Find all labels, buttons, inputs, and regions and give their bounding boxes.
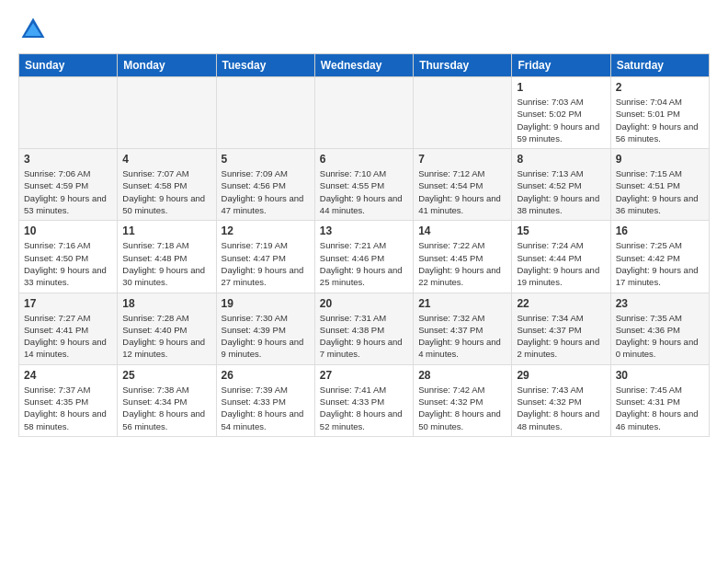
weekday-header-sunday: Sunday	[19, 54, 118, 77]
day-info: Sunrise: 7:39 AMSunset: 4:33 PMDaylight:…	[222, 384, 310, 432]
day-info: Sunrise: 7:22 AMSunset: 4:45 PMDaylight:…	[418, 239, 506, 288]
day-number: 27	[320, 369, 408, 382]
logo	[18, 15, 53, 44]
calendar-cell: 11Sunrise: 7:18 AMSunset: 4:48 PMDayligh…	[118, 221, 216, 293]
day-info: Sunrise: 7:45 AMSunset: 4:31 PMDaylight:…	[616, 384, 704, 432]
day-number: 2	[616, 81, 704, 94]
day-number: 24	[24, 369, 112, 382]
day-info: Sunrise: 7:06 AMSunset: 4:59 PMDaylight:…	[24, 167, 112, 216]
day-info: Sunrise: 7:43 AMSunset: 4:32 PMDaylight:…	[517, 384, 605, 432]
day-info: Sunrise: 7:30 AMSunset: 4:39 PMDaylight:…	[222, 312, 310, 361]
weekday-header-monday: Monday	[118, 54, 216, 77]
logo-icon	[18, 15, 48, 44]
day-number: 18	[122, 297, 210, 310]
weekday-header-thursday: Thursday	[414, 54, 512, 77]
day-info: Sunrise: 7:25 AMSunset: 4:42 PMDaylight:…	[616, 239, 704, 288]
calendar-cell	[118, 77, 216, 149]
calendar-week-1: 1Sunrise: 7:03 AMSunset: 5:02 PMDaylight…	[19, 77, 710, 149]
day-number: 15	[517, 224, 605, 237]
calendar-cell: 5Sunrise: 7:09 AMSunset: 4:56 PMDaylight…	[216, 149, 314, 221]
calendar-cell: 10Sunrise: 7:16 AMSunset: 4:50 PMDayligh…	[19, 221, 118, 293]
calendar-cell: 15Sunrise: 7:24 AMSunset: 4:44 PMDayligh…	[512, 221, 610, 293]
day-number: 12	[222, 224, 310, 237]
day-info: Sunrise: 7:15 AMSunset: 4:51 PMDaylight:…	[616, 167, 704, 216]
day-number: 17	[24, 297, 112, 310]
calendar-week-2: 3Sunrise: 7:06 AMSunset: 4:59 PMDaylight…	[19, 149, 710, 221]
day-number: 7	[418, 153, 506, 166]
day-number: 28	[418, 369, 506, 382]
calendar-cell: 16Sunrise: 7:25 AMSunset: 4:42 PMDayligh…	[610, 221, 709, 293]
day-number: 26	[222, 369, 310, 382]
calendar-cell: 23Sunrise: 7:35 AMSunset: 4:36 PMDayligh…	[610, 293, 709, 364]
day-info: Sunrise: 7:03 AMSunset: 5:02 PMDaylight:…	[517, 96, 605, 144]
day-info: Sunrise: 7:13 AMSunset: 4:52 PMDaylight:…	[517, 167, 605, 216]
day-number: 19	[222, 297, 310, 310]
day-info: Sunrise: 7:34 AMSunset: 4:37 PMDaylight:…	[517, 312, 605, 361]
calendar-header-row: SundayMondayTuesdayWednesdayThursdayFrid…	[19, 54, 710, 77]
day-info: Sunrise: 7:19 AMSunset: 4:47 PMDaylight:…	[222, 239, 310, 288]
day-number: 14	[418, 224, 506, 237]
day-number: 30	[616, 369, 704, 382]
day-number: 4	[122, 153, 210, 166]
day-number: 10	[24, 224, 112, 237]
day-number: 6	[320, 153, 408, 166]
header	[18, 15, 710, 44]
day-number: 21	[418, 297, 506, 310]
day-number: 13	[320, 224, 408, 237]
day-info: Sunrise: 7:27 AMSunset: 4:41 PMDaylight:…	[24, 312, 112, 361]
day-number: 16	[616, 224, 704, 237]
calendar-week-4: 17Sunrise: 7:27 AMSunset: 4:41 PMDayligh…	[19, 293, 710, 364]
calendar-cell: 13Sunrise: 7:21 AMSunset: 4:46 PMDayligh…	[314, 221, 413, 293]
calendar-cell: 3Sunrise: 7:06 AMSunset: 4:59 PMDaylight…	[19, 149, 118, 221]
calendar-cell: 21Sunrise: 7:32 AMSunset: 4:37 PMDayligh…	[414, 293, 512, 364]
calendar: SundayMondayTuesdayWednesdayThursdayFrid…	[18, 53, 710, 437]
calendar-cell: 1Sunrise: 7:03 AMSunset: 5:02 PMDaylight…	[512, 77, 610, 149]
day-number: 1	[517, 81, 605, 94]
day-number: 11	[122, 224, 210, 237]
calendar-cell: 18Sunrise: 7:28 AMSunset: 4:40 PMDayligh…	[118, 293, 216, 364]
weekday-header-friday: Friday	[512, 54, 610, 77]
calendar-cell: 25Sunrise: 7:38 AMSunset: 4:34 PMDayligh…	[118, 364, 216, 436]
calendar-cell: 24Sunrise: 7:37 AMSunset: 4:35 PMDayligh…	[19, 364, 118, 436]
day-info: Sunrise: 7:10 AMSunset: 4:55 PMDaylight:…	[320, 167, 408, 216]
day-info: Sunrise: 7:32 AMSunset: 4:37 PMDaylight:…	[418, 312, 506, 361]
calendar-cell: 19Sunrise: 7:30 AMSunset: 4:39 PMDayligh…	[216, 293, 314, 364]
calendar-cell: 6Sunrise: 7:10 AMSunset: 4:55 PMDaylight…	[314, 149, 413, 221]
page: SundayMondayTuesdayWednesdayThursdayFrid…	[0, 0, 728, 563]
calendar-cell	[216, 77, 314, 149]
calendar-week-3: 10Sunrise: 7:16 AMSunset: 4:50 PMDayligh…	[19, 221, 710, 293]
calendar-cell: 30Sunrise: 7:45 AMSunset: 4:31 PMDayligh…	[610, 364, 709, 436]
calendar-cell: 22Sunrise: 7:34 AMSunset: 4:37 PMDayligh…	[512, 293, 610, 364]
calendar-cell: 8Sunrise: 7:13 AMSunset: 4:52 PMDaylight…	[512, 149, 610, 221]
calendar-cell: 20Sunrise: 7:31 AMSunset: 4:38 PMDayligh…	[314, 293, 413, 364]
day-number: 22	[517, 297, 605, 310]
calendar-cell: 4Sunrise: 7:07 AMSunset: 4:58 PMDaylight…	[118, 149, 216, 221]
calendar-cell: 17Sunrise: 7:27 AMSunset: 4:41 PMDayligh…	[19, 293, 118, 364]
calendar-cell	[19, 77, 118, 149]
day-number: 25	[122, 369, 210, 382]
day-number: 23	[616, 297, 704, 310]
weekday-header-tuesday: Tuesday	[216, 54, 314, 77]
day-info: Sunrise: 7:09 AMSunset: 4:56 PMDaylight:…	[222, 167, 310, 216]
day-info: Sunrise: 7:31 AMSunset: 4:38 PMDaylight:…	[320, 312, 408, 361]
day-info: Sunrise: 7:38 AMSunset: 4:34 PMDaylight:…	[122, 384, 210, 432]
day-info: Sunrise: 7:21 AMSunset: 4:46 PMDaylight:…	[320, 239, 408, 288]
day-info: Sunrise: 7:42 AMSunset: 4:32 PMDaylight:…	[418, 384, 506, 432]
day-info: Sunrise: 7:24 AMSunset: 4:44 PMDaylight:…	[517, 239, 605, 288]
calendar-cell: 9Sunrise: 7:15 AMSunset: 4:51 PMDaylight…	[610, 149, 709, 221]
day-number: 29	[517, 369, 605, 382]
calendar-cell: 28Sunrise: 7:42 AMSunset: 4:32 PMDayligh…	[414, 364, 512, 436]
calendar-cell	[414, 77, 512, 149]
calendar-cell: 29Sunrise: 7:43 AMSunset: 4:32 PMDayligh…	[512, 364, 610, 436]
day-number: 8	[517, 153, 605, 166]
day-info: Sunrise: 7:37 AMSunset: 4:35 PMDaylight:…	[24, 384, 112, 432]
day-info: Sunrise: 7:41 AMSunset: 4:33 PMDaylight:…	[320, 384, 408, 432]
day-number: 3	[24, 153, 112, 166]
weekday-header-saturday: Saturday	[610, 54, 709, 77]
day-info: Sunrise: 7:04 AMSunset: 5:01 PMDaylight:…	[616, 96, 704, 144]
calendar-cell: 12Sunrise: 7:19 AMSunset: 4:47 PMDayligh…	[216, 221, 314, 293]
day-info: Sunrise: 7:07 AMSunset: 4:58 PMDaylight:…	[122, 167, 210, 216]
calendar-week-5: 24Sunrise: 7:37 AMSunset: 4:35 PMDayligh…	[19, 364, 710, 436]
day-info: Sunrise: 7:12 AMSunset: 4:54 PMDaylight:…	[418, 167, 506, 216]
day-number: 5	[222, 153, 310, 166]
